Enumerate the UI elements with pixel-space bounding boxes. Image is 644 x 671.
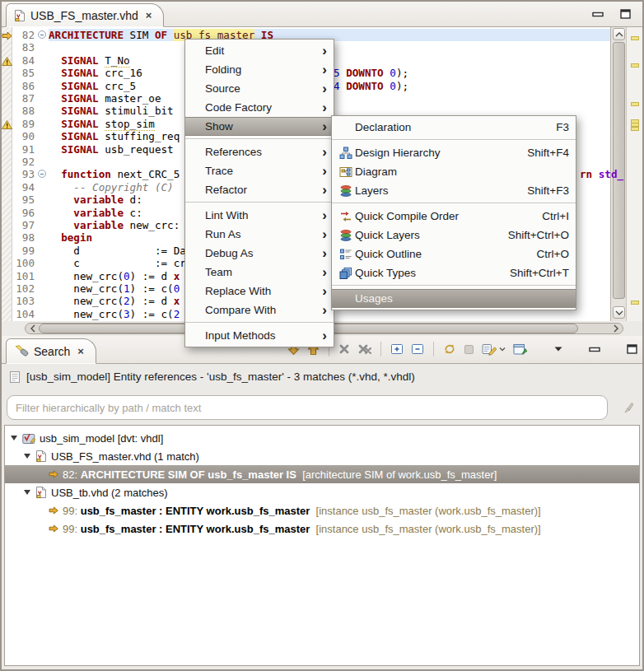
menu-item-quick-types[interactable]: Quick TypesShift+Ctrl+T bbox=[332, 263, 576, 282]
menu-item-replace-with[interactable]: Replace With› bbox=[185, 282, 334, 301]
menu-item-compare-with[interactable]: Compare With› bbox=[185, 301, 334, 319]
line-number: 104 bbox=[12, 308, 37, 320]
minimize-button[interactable] bbox=[589, 347, 600, 352]
menu-item-show[interactable]: Show› bbox=[185, 117, 334, 136]
menu-item-diagram[interactable]: Diagram bbox=[332, 162, 576, 181]
tree-project-usb-sim-model[interactable]: usb_sim_model [dvt: vhdl] bbox=[5, 429, 639, 447]
menu-item-quick-outline[interactable]: Quick OutlineCtrl+O bbox=[332, 245, 576, 263]
menu-item-input-methods[interactable]: Input Methods› bbox=[185, 326, 334, 345]
maximize-button[interactable] bbox=[627, 344, 637, 354]
minimize-icon[interactable] bbox=[592, 12, 604, 17]
expander-icon[interactable] bbox=[23, 487, 34, 497]
line-number: 95 bbox=[12, 193, 37, 206]
menu-item-run-as[interactable]: Run As› bbox=[185, 225, 334, 244]
menu-shortcut: Shift+Ctrl+O bbox=[508, 229, 569, 241]
match-text: usb_fs_master : ENTITY work.usb_fs_maste… bbox=[81, 523, 310, 535]
match-arrow-icon bbox=[49, 506, 58, 515]
line-number: 85 bbox=[12, 67, 37, 79]
tab-usb-fs-master[interactable]: USB_FS_master.vhd × bbox=[6, 3, 164, 27]
previous-search-results-button[interactable] bbox=[482, 342, 506, 356]
search-toolbar bbox=[287, 342, 637, 356]
filter-clear-icon[interactable] bbox=[623, 402, 634, 413]
menu-item-design-hierarchy[interactable]: Design HierarchyShift+F4 bbox=[332, 143, 576, 162]
menu-item-folding[interactable]: Folding› bbox=[185, 60, 334, 79]
menu-separator bbox=[185, 202, 334, 203]
quick-outline-icon bbox=[337, 248, 355, 261]
menu-item-label: Refactor bbox=[205, 184, 314, 196]
menu-item-declaration[interactable]: DeclarationF3 bbox=[332, 118, 576, 137]
menu-item-label: References bbox=[205, 146, 314, 158]
menu-item-team[interactable]: Team› bbox=[185, 263, 334, 282]
description-doc-icon bbox=[10, 371, 20, 383]
menu-item-quick-layers[interactable]: Quick LayersShift+Ctrl+O bbox=[332, 226, 576, 245]
menu-item-label: Input Methods bbox=[205, 329, 314, 342]
menu-item-quick-compile-order[interactable]: Quick Compile OrderCtrl+I bbox=[332, 207, 576, 226]
tree-match-99-2[interactable]: 99: usb_fs_master : ENTITY work.usb_fs_m… bbox=[5, 520, 639, 538]
menu-item-label: Diagram bbox=[355, 165, 569, 178]
expander-icon[interactable] bbox=[10, 433, 21, 443]
match-text: usb_fs_master : ENTITY work.usb_fs_maste… bbox=[81, 505, 310, 517]
tab-close-icon[interactable]: × bbox=[146, 9, 152, 21]
tab-search[interactable]: Search × bbox=[6, 338, 96, 364]
tree-match-82[interactable]: 82: ARCHITECTURE SIM OF usb_fs_master IS… bbox=[5, 465, 639, 483]
project-icon bbox=[22, 431, 35, 445]
match-context: [architecture SIM of work.usb_fs_master] bbox=[296, 468, 497, 481]
menu-item-layers[interactable]: LayersShift+F3 bbox=[332, 181, 576, 200]
search-tab-close-icon[interactable]: × bbox=[77, 345, 84, 357]
filter-input[interactable] bbox=[7, 395, 608, 420]
search-tab-title: Search bbox=[34, 345, 70, 358]
menu-item-debug-as[interactable]: Debug As› bbox=[185, 244, 334, 263]
scroll-up-icon[interactable] bbox=[613, 28, 625, 40]
remove-selected-matches-button[interactable] bbox=[338, 343, 350, 355]
maximize-icon[interactable] bbox=[620, 9, 631, 19]
expand-all-button[interactable] bbox=[390, 343, 404, 355]
expander-spacer bbox=[36, 524, 47, 534]
collapse-all-button[interactable] bbox=[411, 343, 424, 355]
editor-tab-bar: USB_FS_master.vhd × bbox=[2, 2, 642, 27]
pin-search-view-button[interactable] bbox=[513, 343, 528, 356]
scroll-down-icon[interactable] bbox=[613, 306, 625, 319]
menu-item-code-factory[interactable]: Code Factory› bbox=[185, 98, 334, 117]
tab-title: USB_FS_master.vhd bbox=[30, 9, 138, 22]
tree-item-label: usb_sim_model [dvt: vhdl] bbox=[40, 432, 163, 445]
vhdl-file-icon bbox=[35, 486, 47, 499]
scroll-right-icon[interactable] bbox=[609, 324, 622, 333]
vhdl-file-icon bbox=[35, 450, 47, 463]
expander-icon[interactable] bbox=[23, 451, 34, 461]
line-number-gutter: 8283848586878889909192939495969798991001… bbox=[12, 27, 37, 321]
menu-item-edit[interactable]: Edit› bbox=[185, 41, 334, 60]
tree-file-usb-fs-master[interactable]: USB_FS_master.vhd (1 match) bbox=[5, 447, 639, 465]
match-arrow-icon bbox=[49, 470, 58, 478]
code-fragment-line-85: 5 DOWNTO 0); bbox=[334, 67, 408, 79]
menu-item-lint-with[interactable]: Lint With› bbox=[185, 206, 334, 225]
menu-shortcut: Ctrl+O bbox=[537, 248, 569, 260]
remove-all-matches-button[interactable] bbox=[357, 343, 371, 355]
menu-item-usages[interactable]: Usages bbox=[332, 289, 576, 308]
tree-file-usb-tb[interactable]: USB_tb.vhd (2 matches) bbox=[5, 483, 639, 501]
match-context: [instance usb_fs_master (work.usb_fs_mas… bbox=[310, 523, 540, 535]
menu-item-trace[interactable]: Trace› bbox=[185, 161, 334, 180]
menu-item-label: Layers bbox=[355, 184, 506, 197]
view-menu-button[interactable] bbox=[554, 347, 562, 352]
submenu-arrow-icon: › bbox=[322, 100, 327, 114]
tree-item-label: USB_tb.vhd (2 matches) bbox=[51, 487, 168, 499]
line-number: 98 bbox=[12, 231, 37, 244]
search-results-tree[interactable]: usb_sim_model [dvt: vhdl]USB_FS_master.v… bbox=[4, 425, 640, 666]
match-text: ARCHITECTURE SIM OF usb_fs_master IS bbox=[81, 468, 296, 481]
compile-order-icon bbox=[337, 210, 355, 223]
menu-item-refactor[interactable]: Refactor› bbox=[185, 180, 334, 199]
menu-item-label: Compare With bbox=[205, 304, 314, 316]
fold-collapse-icon[interactable] bbox=[38, 170, 46, 178]
toolbar-separator bbox=[380, 342, 381, 356]
run-current-search-again-button[interactable] bbox=[443, 342, 456, 356]
menu-item-label: Folding bbox=[205, 63, 314, 76]
menu-item-label: Show bbox=[205, 120, 314, 133]
menu-item-source[interactable]: Source› bbox=[185, 79, 334, 98]
tree-match-99-1[interactable]: 99: usb_fs_master : ENTITY work.usb_fs_m… bbox=[5, 501, 639, 520]
cancel-current-search-button[interactable] bbox=[464, 344, 474, 355]
scroll-left-icon[interactable] bbox=[26, 324, 39, 333]
menu-item-label: Source bbox=[205, 82, 314, 95]
editor-window-controls bbox=[592, 9, 631, 19]
fold-collapse-icon[interactable] bbox=[38, 30, 46, 39]
menu-item-references[interactable]: References› bbox=[185, 142, 334, 161]
